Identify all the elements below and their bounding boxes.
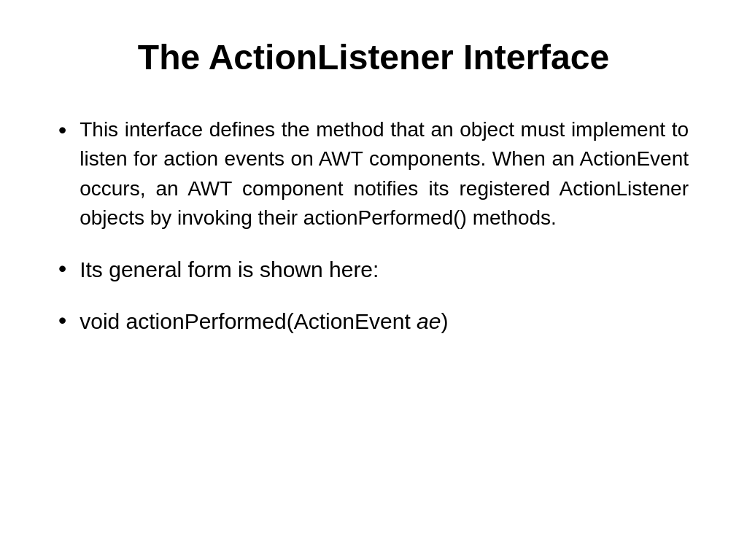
- bullet-1-text: This interface defines the method that a…: [80, 118, 689, 230]
- slide: The ActionListener Interface • This inte…: [0, 0, 747, 560]
- list-item: • void actionPerformed(ActionEvent ae): [58, 306, 689, 338]
- list-item: • This interface defines the method that…: [58, 115, 689, 233]
- bullet-3-italic: ae: [417, 309, 441, 333]
- bullet-text-1: This interface defines the method that a…: [80, 115, 689, 233]
- bullet-text-2: Its general form is shown here:: [80, 254, 379, 286]
- bullet-dot-2: •: [58, 257, 66, 280]
- bullet-dot-1: •: [58, 118, 66, 141]
- bullet-text-3: void actionPerformed(ActionEvent ae): [80, 306, 448, 338]
- bullet-3-before: void actionPerformed(ActionEvent: [80, 309, 417, 333]
- list-item: • Its general form is shown here:: [58, 254, 689, 286]
- bullet-3-after: ): [441, 309, 448, 333]
- bullet-2-text: Its general form is shown here:: [80, 257, 379, 281]
- bullet-dot-3: •: [58, 308, 66, 332]
- slide-title: The ActionListener Interface: [58, 36, 689, 79]
- content-area: • This interface defines the method that…: [58, 115, 689, 524]
